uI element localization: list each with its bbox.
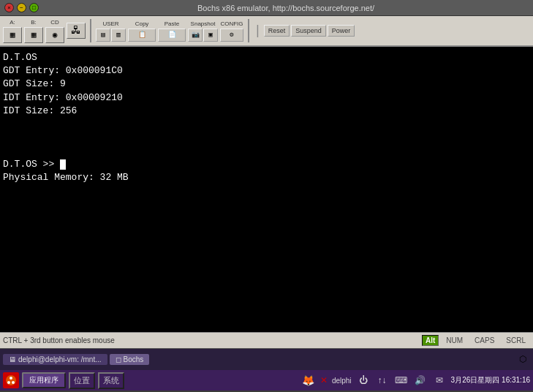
config-group: CONFIG ⚙ (220, 20, 243, 42)
svg-point-1 (10, 377, 12, 380)
svg-point-3 (12, 381, 15, 384)
terminal-line-10: Physical Memory: 32 MB (3, 171, 530, 184)
separator-2 (248, 19, 249, 42)
terminal-line-8 (3, 144, 530, 157)
maximize-button[interactable]: □ (29, 3, 39, 12)
config-label: CONFIG (220, 20, 243, 27)
bochs-taskbar-label: Bochs (124, 355, 144, 363)
floppy-b-group: B: ▦ (24, 19, 43, 43)
taskbar-item-bochs[interactable]: ◻ Bochs (110, 354, 150, 365)
system-clock: 3月26日星期四 16:31:16 (451, 375, 530, 385)
user-group: USER ▤ ▥ (96, 20, 126, 42)
reset-button[interactable]: Reset (264, 25, 290, 37)
window-title: Bochs x86 emulator, http://bochs.sourcef… (43, 4, 529, 12)
close-button[interactable]: × (4, 3, 14, 12)
copy-group: Copy 📋 (128, 20, 156, 42)
apps-menu-button[interactable]: 应用程序 (22, 372, 66, 388)
system-bar: 应用程序 位置 系统 🦊 ✕ delphi ⏻ ↑↓ ⌨ 🔊 ✉ 3月26日星期… (0, 370, 533, 391)
status-text: CTRL + 3rd button enables mouse (3, 336, 419, 344)
snapshot-label: Snapshot (191, 20, 216, 27)
power-tray-icon[interactable]: ⏻ (356, 373, 371, 388)
network-button[interactable]: 🖧 (67, 23, 86, 39)
terminal-line-5: IDT Size: 256 (3, 105, 530, 118)
minimize-button[interactable]: − (17, 3, 26, 12)
terminal-line-7 (3, 131, 530, 144)
floppy-b-label: B: (31, 19, 37, 26)
floppy-a-button[interactable]: ▦ (3, 27, 22, 43)
paste-label: Paste (165, 20, 179, 27)
snapshot-btn-2[interactable]: ▣ (203, 29, 218, 42)
cdrom-label: CD (50, 19, 59, 26)
copy-label: Copy (135, 20, 149, 27)
places-menu-button[interactable]: 位置 (69, 372, 95, 389)
terminal-line-1: D.T.OS (3, 51, 530, 64)
scrl-indicator: SCRL (502, 336, 530, 344)
terminal-taskbar-icon: 🖥 (9, 355, 16, 363)
power-button[interactable]: Power (328, 25, 355, 37)
terminal-line-4: IDT Entry: 0x00009210 (3, 91, 530, 105)
floppy-a-group: A: ▦ (3, 19, 22, 43)
firefox-icon[interactable]: 🦊 (301, 373, 316, 388)
terminal-line-2: GDT Entry: 0x000091C0 (3, 64, 530, 78)
taskbar: 🖥 delphi@delphi-vm: /mnt... ◻ Bochs ⬡ (0, 348, 533, 370)
config-button[interactable]: ⚙ (220, 29, 243, 42)
num-indicator: NUM (442, 336, 467, 344)
cdrom-button[interactable]: ◉ (45, 27, 64, 43)
floppy-b-button[interactable]: ▦ (24, 27, 43, 43)
system-tray: 🦊 ✕ delphi ⏻ ↑↓ ⌨ 🔊 ✉ 3月26日星期四 16:31:16 (301, 373, 530, 388)
svg-point-2 (7, 381, 10, 384)
window-controls[interactable]: × − □ (4, 3, 39, 12)
control-buttons: Reset Suspend Power (264, 25, 355, 37)
alt-indicator: Alt (422, 335, 439, 346)
status-bar: CTRL + 3rd button enables mouse Alt NUM … (0, 332, 533, 348)
vert-separator: | (254, 24, 262, 37)
snapshot-btn-1[interactable]: 📷 (188, 29, 203, 42)
terminal-line-6 (3, 118, 530, 131)
title-bar: × − □ Bochs x86 emulator, http://bochs.s… (0, 0, 533, 16)
cdrom-group: CD ◉ (45, 19, 64, 43)
separator-1 (90, 19, 91, 42)
terminal-line-9: D.T.OS >> (3, 158, 530, 171)
user-btn-2[interactable]: ▥ (111, 29, 126, 42)
tray-delphi-label: delphi (332, 377, 352, 385)
terminal-cursor (60, 159, 66, 170)
copy-button[interactable]: 📋 (128, 29, 156, 42)
mail-tray-icon[interactable]: ✉ (432, 373, 447, 388)
terminal-line-3: GDT Size: 9 (3, 78, 530, 91)
snapshot-group: Snapshot 📷 ▣ (188, 20, 218, 42)
suspend-button[interactable]: Suspend (291, 25, 326, 37)
terminal-taskbar-label: delphi@delphi-vm: /mnt... (18, 355, 102, 363)
system-menu-button[interactable]: 系统 (98, 372, 124, 389)
network-tray-icon[interactable]: ↑↓ (375, 373, 390, 388)
taskbar-tray-icon[interactable]: ⬡ (515, 353, 530, 367)
taskbar-item-terminal[interactable]: 🖥 delphi@delphi-vm: /mnt... (3, 354, 107, 365)
user-btn-1[interactable]: ▤ (96, 29, 110, 42)
paste-button[interactable]: 📄 (158, 29, 186, 42)
distro-icon (3, 372, 19, 388)
volume-tray-icon[interactable]: 🔊 (413, 373, 428, 388)
terminal-screen[interactable]: D.T.OS GDT Entry: 0x000091C0 GDT Size: 9… (0, 47, 533, 332)
toolbar: A: ▦ B: ▦ CD ◉ 🖧 USER ▤ ▥ Copy 📋 Paste 📄… (0, 16, 533, 47)
bochs-taskbar-icon: ◻ (116, 355, 121, 363)
caps-indicator: CAPS (470, 336, 499, 344)
close-tray-icon: ✕ (320, 375, 328, 385)
paste-group: Paste 📄 (158, 20, 186, 42)
keyboard-tray-icon[interactable]: ⌨ (394, 373, 409, 388)
user-label: USER (102, 20, 118, 27)
floppy-a-label: A: (10, 19, 15, 26)
